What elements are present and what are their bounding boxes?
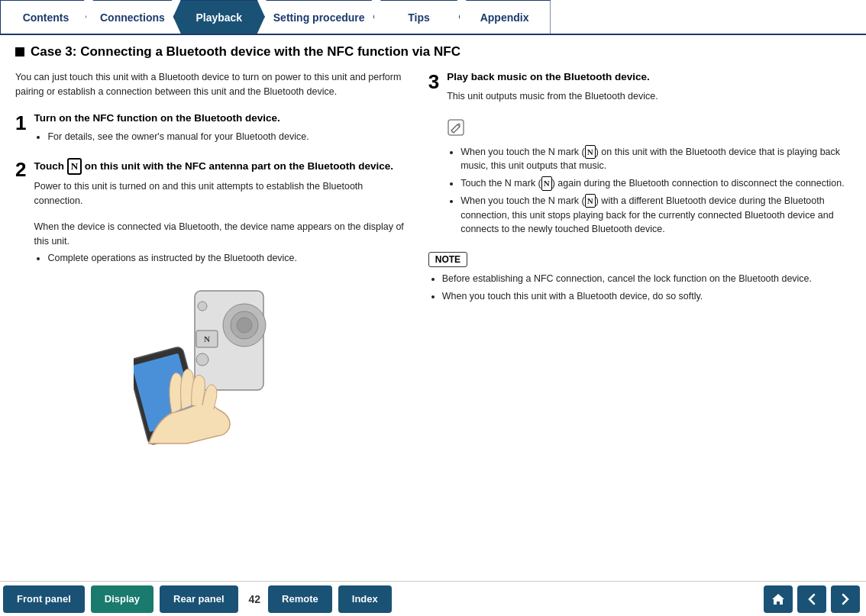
- nfc-illustration: N: [15, 279, 406, 455]
- step-2-heading: Touch N on this unit with the NFC antenn…: [34, 158, 405, 175]
- step-2: 2 Touch N on this unit with the NFC ante…: [15, 158, 406, 269]
- list-item: Before establishing a NFC connection, ca…: [442, 272, 851, 286]
- step-1-heading: Turn on the NFC function on the Bluetoot…: [34, 111, 405, 126]
- step-3: 3 Play back music on the Bluetooth devic…: [428, 70, 851, 240]
- main-content: Case 3: Connecting a Bluetooth device wi…: [0, 35, 866, 464]
- rear-panel-button[interactable]: Rear panel: [160, 585, 238, 613]
- page-title: Case 3: Connecting a Bluetooth device wi…: [15, 44, 851, 60]
- forward-arrow-icon: [838, 592, 853, 607]
- step-1-bullets: For details, see the owner's manual for …: [34, 130, 405, 144]
- list-item: When you touch this unit with a Bluetoot…: [442, 289, 851, 304]
- svg-text:N: N: [204, 334, 210, 343]
- list-item: When you touch the N mark (N) with a dif…: [460, 194, 851, 237]
- remote-button[interactable]: Remote: [268, 585, 332, 613]
- list-item: When you touch the N mark (N) on this un…: [460, 145, 851, 174]
- tab-playback[interactable]: Playback: [173, 0, 265, 34]
- back-button[interactable]: [797, 585, 826, 613]
- step-2-number: 2: [15, 160, 26, 179]
- note-box: NOTE Before establishing a NFC connectio…: [428, 252, 851, 304]
- step-1-content: Turn on the NFC function on the Bluetoot…: [34, 111, 405, 148]
- tab-setting-procedure[interactable]: Setting procedure: [259, 0, 380, 34]
- top-navigation: Contents Connections Playback Setting pr…: [0, 0, 866, 35]
- svg-point-3: [237, 318, 252, 333]
- left-column: You can just touch this unit with a Blue…: [15, 70, 406, 455]
- home-button[interactable]: [764, 585, 793, 613]
- bottom-navigation: Front panel Display Rear panel 42 Remote…: [0, 581, 866, 616]
- note-label: NOTE: [428, 252, 467, 267]
- note-bullets: Before establishing a NFC connection, ca…: [428, 272, 851, 304]
- tab-contents[interactable]: Contents: [0, 0, 92, 34]
- forward-button[interactable]: [831, 585, 860, 613]
- display-button[interactable]: Display: [91, 585, 153, 613]
- step-3-heading: Play back music on the Bluetooth device.: [447, 70, 851, 85]
- bottom-nav-right: [764, 585, 866, 613]
- step-2-bullets: Complete operations as instructed by the…: [34, 251, 405, 266]
- intro-text: You can just touch this unit with a Blue…: [15, 70, 406, 99]
- list-item: For details, see the owner's manual for …: [47, 130, 405, 144]
- hand-device-svg: N: [134, 283, 286, 451]
- step-1-number: 1: [15, 113, 26, 133]
- step-3-body: This unit outputs music from the Bluetoo…: [447, 89, 851, 104]
- two-column-layout: You can just touch this unit with a Blue…: [15, 70, 851, 455]
- right-column: 3 Play back music on the Bluetooth devic…: [428, 70, 851, 455]
- back-arrow-icon: [804, 592, 819, 607]
- step-1: 1 Turn on the NFC function on the Blueto…: [15, 111, 406, 148]
- step-2-body1: Power to this unit is turned on and this…: [34, 179, 405, 208]
- front-panel-button[interactable]: Front panel: [3, 585, 85, 613]
- step-2-body2: When the device is connected via Bluetoo…: [34, 220, 405, 249]
- tab-tips[interactable]: Tips: [373, 0, 465, 34]
- step-3-number: 3: [428, 72, 439, 92]
- index-button[interactable]: Index: [338, 585, 392, 613]
- tab-appendix[interactable]: Appendix: [459, 0, 551, 34]
- svg-point-5: [196, 353, 208, 366]
- tab-connections[interactable]: Connections: [86, 0, 179, 34]
- step-3-bullets: When you touch the N mark (N) on this un…: [447, 145, 851, 237]
- page-number: 42: [249, 593, 261, 605]
- home-icon: [771, 592, 786, 607]
- bottom-nav-left: Front panel Display Rear panel 42 Remote…: [0, 585, 395, 613]
- list-item: Touch the N mark (N) again during the Bl…: [460, 176, 851, 191]
- title-bullet: [15, 47, 24, 56]
- step-2-content: Touch N on this unit with the NFC antenn…: [34, 158, 405, 269]
- list-item: Complete operations as instructed by the…: [47, 251, 405, 266]
- pencil-icon: [447, 118, 465, 137]
- svg-point-4: [198, 302, 207, 311]
- step-3-content: Play back music on the Bluetooth device.…: [447, 70, 851, 240]
- svg-rect-11: [448, 120, 464, 135]
